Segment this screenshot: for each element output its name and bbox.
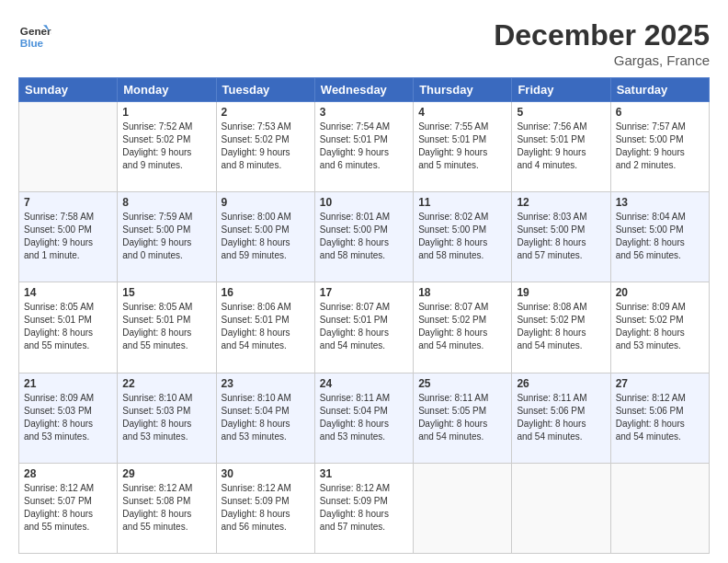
day-info: Sunrise: 8:10 AM Sunset: 5:03 PM Dayligh…: [122, 392, 210, 443]
day-info: Sunrise: 8:11 AM Sunset: 5:06 PM Dayligh…: [517, 392, 605, 443]
day-info: Sunrise: 8:10 AM Sunset: 5:04 PM Dayligh…: [222, 392, 310, 443]
page-title: December 2025: [494, 18, 710, 52]
calendar-cell: 2Sunrise: 7:53 AM Sunset: 5:02 PM Daylig…: [216, 102, 314, 192]
calendar-cell: 7Sunrise: 7:58 AM Sunset: 5:00 PM Daylig…: [19, 192, 118, 282]
calendar-cell: [19, 102, 118, 192]
day-number: 6: [616, 106, 704, 119]
weekday-header-thursday: Thursday: [414, 78, 512, 102]
day-info: Sunrise: 8:09 AM Sunset: 5:03 PM Dayligh…: [24, 392, 112, 443]
day-number: 28: [24, 467, 112, 480]
day-number: 18: [418, 286, 506, 299]
day-number: 2: [222, 106, 310, 119]
calendar-cell: 6Sunrise: 7:57 AM Sunset: 5:00 PM Daylig…: [610, 102, 709, 192]
calendar-cell: 27Sunrise: 8:12 AM Sunset: 5:06 PM Dayli…: [610, 373, 709, 463]
day-info: Sunrise: 8:12 AM Sunset: 5:06 PM Dayligh…: [616, 392, 704, 443]
weekday-header-sunday: Sunday: [19, 78, 118, 102]
day-info: Sunrise: 8:12 AM Sunset: 5:08 PM Dayligh…: [122, 482, 210, 534]
day-number: 25: [418, 377, 506, 390]
calendar-cell: 10Sunrise: 8:01 AM Sunset: 5:00 PM Dayli…: [314, 192, 413, 282]
day-number: 16: [222, 286, 310, 299]
calendar-cell: 9Sunrise: 8:00 AM Sunset: 5:00 PM Daylig…: [216, 192, 314, 282]
day-info: Sunrise: 8:12 AM Sunset: 5:09 PM Dayligh…: [320, 482, 408, 534]
day-info: Sunrise: 8:05 AM Sunset: 5:01 PM Dayligh…: [24, 301, 112, 352]
day-number: 21: [24, 377, 112, 390]
day-number: 29: [122, 467, 210, 480]
day-info: Sunrise: 8:12 AM Sunset: 5:07 PM Dayligh…: [24, 482, 112, 534]
day-number: 1: [122, 106, 210, 119]
title-block: December 2025 Gargas, France: [494, 18, 710, 68]
day-number: 19: [517, 286, 605, 299]
day-number: 22: [122, 377, 210, 390]
day-info: Sunrise: 8:02 AM Sunset: 5:00 PM Dayligh…: [418, 211, 506, 262]
calendar-week-1: 1Sunrise: 7:52 AM Sunset: 5:02 PM Daylig…: [19, 102, 710, 192]
weekday-header-wednesday: Wednesday: [314, 78, 413, 102]
day-info: Sunrise: 8:08 AM Sunset: 5:02 PM Dayligh…: [517, 301, 605, 352]
day-number: 7: [24, 196, 112, 209]
calendar-cell: 29Sunrise: 8:12 AM Sunset: 5:08 PM Dayli…: [118, 463, 216, 553]
day-number: 4: [418, 106, 506, 119]
day-info: Sunrise: 7:56 AM Sunset: 5:01 PM Dayligh…: [517, 121, 605, 172]
day-number: 24: [320, 377, 408, 390]
calendar-cell: [414, 463, 512, 553]
calendar-cell: 1Sunrise: 7:52 AM Sunset: 5:02 PM Daylig…: [118, 102, 216, 192]
calendar-cell: 17Sunrise: 8:07 AM Sunset: 5:01 PM Dayli…: [314, 282, 413, 373]
calendar-cell: 12Sunrise: 8:03 AM Sunset: 5:00 PM Dayli…: [512, 192, 610, 282]
day-number: 17: [320, 286, 408, 299]
day-number: 31: [320, 467, 408, 480]
day-info: Sunrise: 8:12 AM Sunset: 5:09 PM Dayligh…: [222, 482, 310, 534]
calendar-cell: 5Sunrise: 7:56 AM Sunset: 5:01 PM Daylig…: [512, 102, 610, 192]
day-info: Sunrise: 7:54 AM Sunset: 5:01 PM Dayligh…: [320, 121, 408, 172]
calendar-cell: 19Sunrise: 8:08 AM Sunset: 5:02 PM Dayli…: [512, 282, 610, 373]
day-info: Sunrise: 8:01 AM Sunset: 5:00 PM Dayligh…: [320, 211, 408, 262]
calendar-cell: [512, 463, 610, 553]
day-number: 8: [122, 196, 210, 209]
calendar-week-2: 7Sunrise: 7:58 AM Sunset: 5:00 PM Daylig…: [19, 192, 710, 282]
svg-text:Blue: Blue: [20, 37, 44, 49]
day-info: Sunrise: 7:59 AM Sunset: 5:00 PM Dayligh…: [122, 211, 210, 262]
logo-icon: General Blue: [18, 18, 51, 52]
day-number: 15: [122, 286, 210, 299]
day-number: 10: [320, 196, 408, 209]
calendar-cell: 28Sunrise: 8:12 AM Sunset: 5:07 PM Dayli…: [19, 463, 118, 553]
day-info: Sunrise: 8:11 AM Sunset: 5:05 PM Dayligh…: [418, 392, 506, 443]
calendar-cell: 11Sunrise: 8:02 AM Sunset: 5:00 PM Dayli…: [414, 192, 512, 282]
calendar-cell: 23Sunrise: 8:10 AM Sunset: 5:04 PM Dayli…: [216, 373, 314, 463]
day-info: Sunrise: 8:03 AM Sunset: 5:00 PM Dayligh…: [517, 211, 605, 262]
calendar-cell: 26Sunrise: 8:11 AM Sunset: 5:06 PM Dayli…: [512, 373, 610, 463]
day-number: 23: [222, 377, 310, 390]
weekday-header-row: SundayMondayTuesdayWednesdayThursdayFrid…: [19, 78, 710, 102]
calendar-week-5: 28Sunrise: 8:12 AM Sunset: 5:07 PM Dayli…: [19, 463, 710, 553]
calendar-cell: 31Sunrise: 8:12 AM Sunset: 5:09 PM Dayli…: [314, 463, 413, 553]
day-info: Sunrise: 7:55 AM Sunset: 5:01 PM Dayligh…: [418, 121, 506, 172]
day-info: Sunrise: 7:58 AM Sunset: 5:00 PM Dayligh…: [24, 211, 112, 262]
day-number: 27: [616, 377, 704, 390]
calendar-cell: [610, 463, 709, 553]
day-number: 13: [616, 196, 704, 209]
calendar-cell: 16Sunrise: 8:06 AM Sunset: 5:01 PM Dayli…: [216, 282, 314, 373]
calendar-cell: 14Sunrise: 8:05 AM Sunset: 5:01 PM Dayli…: [19, 282, 118, 373]
day-info: Sunrise: 8:05 AM Sunset: 5:01 PM Dayligh…: [122, 301, 210, 352]
calendar-table: SundayMondayTuesdayWednesdayThursdayFrid…: [18, 77, 710, 554]
logo: General Blue: [18, 18, 51, 52]
weekday-header-saturday: Saturday: [610, 78, 709, 102]
day-number: 5: [517, 106, 605, 119]
calendar-cell: 8Sunrise: 7:59 AM Sunset: 5:00 PM Daylig…: [118, 192, 216, 282]
day-number: 20: [616, 286, 704, 299]
day-info: Sunrise: 8:11 AM Sunset: 5:04 PM Dayligh…: [320, 392, 408, 443]
day-number: 11: [418, 196, 506, 209]
day-number: 12: [517, 196, 605, 209]
calendar-cell: 3Sunrise: 7:54 AM Sunset: 5:01 PM Daylig…: [314, 102, 413, 192]
weekday-header-monday: Monday: [118, 78, 216, 102]
calendar-cell: 20Sunrise: 8:09 AM Sunset: 5:02 PM Dayli…: [610, 282, 709, 373]
day-info: Sunrise: 8:07 AM Sunset: 5:02 PM Dayligh…: [418, 301, 506, 352]
day-number: 9: [222, 196, 310, 209]
day-number: 30: [222, 467, 310, 480]
day-info: Sunrise: 8:04 AM Sunset: 5:00 PM Dayligh…: [616, 211, 704, 262]
day-number: 26: [517, 377, 605, 390]
day-info: Sunrise: 8:09 AM Sunset: 5:02 PM Dayligh…: [616, 301, 704, 352]
calendar-cell: 22Sunrise: 8:10 AM Sunset: 5:03 PM Dayli…: [118, 373, 216, 463]
calendar-week-3: 14Sunrise: 8:05 AM Sunset: 5:01 PM Dayli…: [19, 282, 710, 373]
day-number: 14: [24, 286, 112, 299]
weekday-header-friday: Friday: [512, 78, 610, 102]
calendar-cell: 4Sunrise: 7:55 AM Sunset: 5:01 PM Daylig…: [414, 102, 512, 192]
